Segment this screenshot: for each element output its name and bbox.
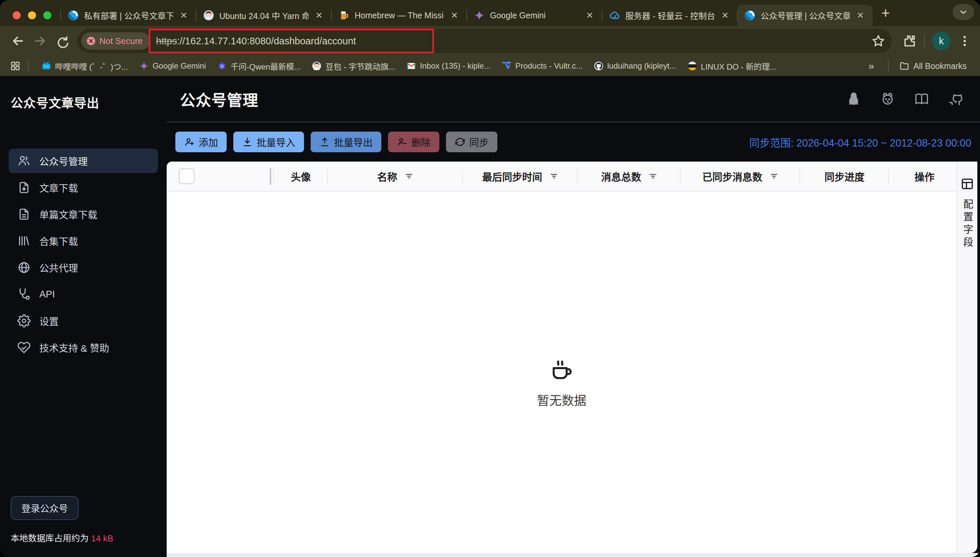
batch-export-button[interactable]: 批量导出 (311, 132, 382, 152)
tab-close-icon[interactable]: ✕ (179, 10, 189, 21)
users-icon (17, 154, 31, 168)
bilibili-icon (42, 61, 51, 71)
tab-close-icon[interactable]: ✕ (720, 10, 730, 21)
bookmark-gmail-inbox[interactable]: Inbox (135) - kiple... (401, 61, 496, 71)
back-button[interactable] (9, 32, 27, 50)
tab-homebrew[interactable]: Homebrew — The Missin ✕ (331, 5, 467, 26)
column-last-sync-time[interactable]: 最后同步时间 (463, 161, 578, 191)
empty-state-text: 暂无数据 (537, 391, 586, 409)
filter-icon[interactable] (405, 172, 413, 181)
column-label: 操作 (915, 169, 935, 184)
toolbar-divider (924, 34, 925, 48)
person-minus-icon (397, 137, 407, 147)
bookmark-doubao[interactable]: 豆包 - 字节跳动旗... (307, 60, 401, 72)
column-avatar[interactable]: 头像 (274, 161, 328, 191)
traffic-lights (0, 5, 61, 26)
select-all-checkbox[interactable] (179, 168, 195, 184)
tab-title: Homebrew — The Missin (355, 11, 444, 20)
sidebar-item-label: 技术支持 & 赞助 (39, 340, 109, 355)
page-title: 公众号管理 (180, 88, 258, 110)
add-account-button[interactable]: 添加 (175, 132, 227, 152)
not-secure-badge[interactable]: Not Secure (82, 32, 150, 50)
sidebar-item-single-article-download[interactable]: 单篇文章下载 (9, 202, 158, 226)
bookmark-gemini[interactable]: Google Gemini (134, 61, 212, 71)
column-message-total[interactable]: 消息总数 (578, 161, 681, 191)
docs-book-icon[interactable] (914, 91, 929, 107)
gmail-icon (407, 61, 416, 71)
tab-account-management-active[interactable]: 公众号管理 | 公众号文章导 ✕ (737, 5, 873, 26)
profile-avatar[interactable]: k (932, 32, 951, 50)
all-bookmarks-button[interactable]: All Bookmarks (896, 61, 970, 71)
horizontal-scrollbar-track[interactable] (167, 553, 980, 557)
batch-import-button[interactable]: 批量导入 (233, 132, 304, 152)
column-name[interactable]: 名称 (328, 161, 463, 191)
tab-search-chevron-button[interactable] (953, 4, 974, 20)
bookmarks-overflow-chevron[interactable]: » (862, 60, 881, 72)
field-config-strip[interactable]: 配置字段 (957, 161, 977, 553)
apps-grid-icon[interactable] (10, 60, 21, 71)
tab-close-icon[interactable]: ✕ (855, 10, 865, 21)
sidebar-item-collection-download[interactable]: 合集下载 (9, 228, 158, 253)
qq-penguin-icon[interactable] (846, 91, 861, 107)
app-logo-icon (68, 10, 79, 21)
reload-button[interactable] (53, 32, 71, 50)
sidebar-item-public-proxy[interactable]: 公共代理 (9, 255, 158, 280)
menu-kebab-button[interactable] (958, 34, 971, 48)
tab-ubuntu-yarn[interactable]: Ubuntu 24.04 中 Yarn 命 ✕ (196, 5, 331, 26)
browser-window: 私有部署 | 公众号文章下载 ✕ Ubuntu 24.04 中 Yarn 命 ✕… (0, 0, 980, 557)
table-header-row: 头像 名称 最后同步时间 消息总数 (167, 161, 957, 192)
bookmark-star-button[interactable] (871, 34, 885, 48)
zoom-window-button[interactable] (43, 11, 51, 20)
column-sync-progress[interactable]: 同步进度 (800, 161, 889, 191)
sidebar-item-support-sponsor[interactable]: 技术支持 & 赞助 (9, 335, 158, 360)
tab-private-deploy[interactable]: 私有部署 | 公众号文章下载 ✕ (61, 5, 196, 26)
sidebar-item-account-management[interactable]: 公众号管理 (9, 148, 158, 173)
tab-cloud-console[interactable]: 服务器 - 轻量云 - 控制台 ✕ (602, 5, 737, 26)
column-label: 消息总数 (601, 169, 641, 184)
address-bar[interactable]: Not Secure https://162.14.77.140:8080/da… (77, 29, 892, 53)
filter-icon[interactable] (649, 172, 657, 181)
sidebar-nav: 公众号管理 文章下载 单篇文章下载 合集下载 公共代理 (0, 148, 167, 360)
select-all-cell (167, 161, 274, 191)
pet-dog-icon[interactable] (880, 91, 895, 107)
file-download-icon (17, 181, 31, 194)
sidebar-item-api[interactable]: API (9, 282, 158, 306)
column-synced-messages[interactable]: 已同步消息数 (681, 161, 800, 191)
close-window-button[interactable] (13, 11, 21, 20)
bookmark-vultr[interactable]: Products - Vultr.c... (496, 61, 588, 71)
url-text[interactable]: https://162.14.77.140:8080/dashboard/acc… (156, 36, 356, 47)
bookmark-github-profile[interactable]: luduihang (kipleyt... (588, 61, 682, 71)
column-operations[interactable]: 操作 (889, 161, 960, 191)
column-label: 已同步消息数 (702, 169, 762, 184)
extensions-puzzle-button[interactable] (902, 34, 916, 48)
forward-button[interactable] (31, 32, 49, 50)
sidebar-item-article-download[interactable]: 文章下载 (9, 175, 158, 200)
minimize-window-button[interactable] (28, 11, 36, 20)
tab-google-gemini[interactable]: Google Gemini ✕ (467, 5, 602, 26)
tab-title: Google Gemini (490, 11, 579, 20)
login-account-button[interactable]: 登录公众号 (11, 496, 79, 520)
file-lines-icon (17, 208, 31, 221)
plug-icon (17, 288, 31, 301)
delete-button[interactable]: 删除 (388, 132, 439, 152)
filter-icon[interactable] (770, 172, 778, 181)
tab-title: 服务器 - 轻量云 - 控制台 (625, 9, 715, 21)
bookmark-qwen[interactable]: 千问-Qwen最新模... (212, 60, 307, 72)
bookmark-bilibili[interactable]: 哔哩哔哩 (゜-゜)つ... (36, 60, 134, 72)
filter-icon[interactable] (550, 172, 558, 181)
app-title: 公众号文章导出 (0, 93, 167, 111)
new-tab-button[interactable]: + (873, 6, 898, 20)
github-octocat-icon[interactable] (948, 91, 963, 107)
sidebar-item-settings[interactable]: 设置 (9, 308, 158, 333)
sync-button[interactable]: 同步 (446, 132, 497, 152)
gear-icon (17, 314, 31, 327)
tab-close-icon[interactable]: ✕ (314, 10, 324, 21)
table-config-icon[interactable] (960, 177, 974, 191)
tab-close-icon[interactable]: ✕ (585, 10, 595, 21)
cloud-icon (609, 10, 620, 21)
avatar-girl-icon (203, 10, 214, 21)
main-content: 公众号管理 (167, 76, 980, 557)
bookmark-label: 哔哩哔哩 (゜-゜)つ... (55, 60, 128, 72)
bookmark-linuxdo[interactable]: LINUX DO - 新的理... (682, 60, 782, 72)
tab-close-icon[interactable]: ✕ (449, 10, 459, 21)
